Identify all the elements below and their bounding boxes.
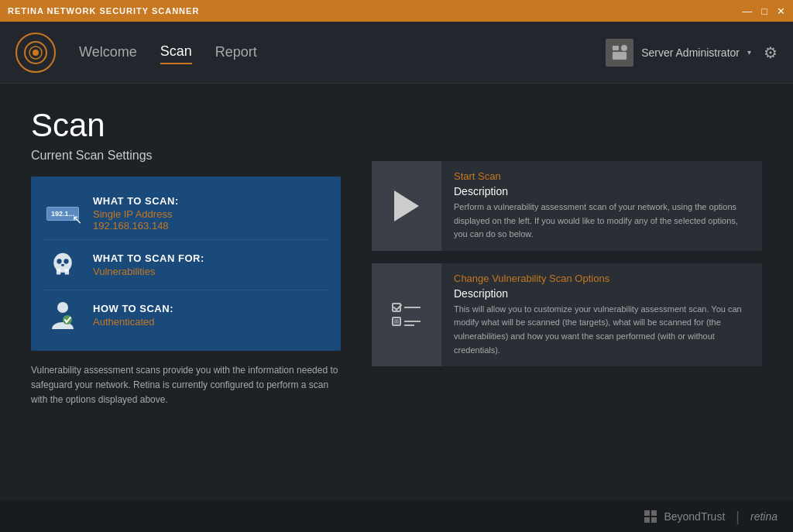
what-to-scan-for-value: Vulnerabilities	[93, 266, 204, 277]
ip-scan-icon: 192.1... ↖	[43, 197, 82, 231]
svg-rect-8	[65, 269, 69, 274]
footer-product: retina	[750, 510, 778, 523]
svg-point-2	[33, 50, 39, 56]
left-panel: Scan Current Scan Settings 192.1... ↖ WH…	[31, 107, 341, 478]
start-scan-desc: Perform a vulnerability assessment scan …	[454, 201, 750, 242]
svg-rect-23	[651, 517, 657, 523]
start-scan-card[interactable]: Start Scan Description Perform a vulnera…	[372, 161, 762, 251]
play-icon-wrapper	[372, 161, 441, 251]
change-options-body: Change Vulnerability Scan Options Descri…	[441, 263, 762, 366]
header: Welcome Scan Report Server Administrator…	[0, 22, 793, 84]
svg-point-5	[621, 45, 627, 51]
svg-rect-3	[613, 46, 619, 50]
play-icon	[394, 190, 419, 221]
main-content: Scan Current Scan Settings 192.1... ↖ WH…	[0, 84, 793, 501]
svg-rect-11	[61, 264, 64, 266]
start-scan-title: Start Scan	[454, 170, 750, 182]
header-right: Server Administrator ▾ ⚙	[606, 39, 778, 67]
what-to-scan-value: Single IP Address	[93, 208, 179, 220]
user-section[interactable]: Server Administrator ▾	[606, 39, 751, 67]
right-panel: Start Scan Description Perform a vulnera…	[372, 107, 762, 478]
nav-item-scan[interactable]: Scan	[160, 40, 192, 64]
svg-rect-7	[57, 269, 60, 274]
nav-item-welcome[interactable]: Welcome	[79, 41, 137, 63]
svg-rect-20	[644, 510, 650, 516]
minimize-button[interactable]: —	[742, 5, 752, 17]
svg-point-9	[57, 259, 61, 263]
titlebar-controls: — □ ✕	[742, 5, 785, 17]
svg-point-13	[63, 315, 72, 324]
svg-rect-16	[394, 319, 399, 324]
start-scan-subtitle: Description	[454, 185, 750, 197]
footer-brand: BeyondTrust	[664, 510, 725, 523]
main-nav: Welcome Scan Report	[79, 40, 606, 64]
change-options-subtitle: Description	[454, 287, 750, 300]
what-to-scan-content: WHAT TO SCAN: Single IP Address 192.168.…	[93, 195, 179, 232]
footer: BeyondTrust | retina	[0, 501, 793, 532]
scan-description-text: Vulnerability assessment scans provide y…	[31, 363, 341, 408]
what-to-scan-row: 192.1... ↖ WHAT TO SCAN: Single IP Addre…	[43, 187, 328, 240]
user-dropdown-arrow[interactable]: ▾	[747, 48, 751, 57]
what-to-scan-for-label: WHAT TO SCAN FOR:	[93, 252, 204, 264]
auth-icon	[43, 298, 82, 332]
change-options-desc: This will allow you to customize your vu…	[454, 303, 750, 357]
user-icon	[610, 43, 629, 62]
page-title: Scan	[31, 107, 341, 144]
settings-button[interactable]: ⚙	[764, 43, 778, 62]
titlebar-title: RETINA NETWORK SECURITY SCANNER	[8, 6, 199, 15]
svg-point-10	[64, 259, 68, 263]
beyondtrust-logo-icon	[644, 510, 657, 523]
skull-icon	[49, 251, 77, 279]
change-options-title: Change Vulnerability Scan Options	[454, 273, 750, 284]
how-to-scan-value: Authenticated	[93, 316, 173, 328]
what-to-scan-label: WHAT TO SCAN:	[93, 195, 179, 207]
app-logo	[15, 33, 56, 73]
user-avatar	[606, 39, 633, 67]
start-scan-body: Start Scan Description Perform a vulnera…	[441, 161, 762, 251]
how-to-scan-content: HOW TO SCAN: Authenticated	[93, 303, 173, 328]
svg-rect-21	[651, 510, 657, 516]
scan-settings-card: 192.1... ↖ WHAT TO SCAN: Single IP Addre…	[31, 177, 341, 351]
svg-rect-22	[644, 517, 650, 523]
page-subtitle: Current Scan Settings	[31, 149, 341, 163]
close-button[interactable]: ✕	[777, 5, 785, 17]
titlebar: RETINA NETWORK SECURITY SCANNER — □ ✕	[0, 0, 793, 22]
nav-item-report[interactable]: Report	[215, 41, 257, 63]
svg-point-6	[53, 253, 71, 273]
what-to-scan-ip: 192.168.163.148	[93, 220, 179, 232]
svg-rect-4	[613, 52, 627, 60]
footer-divider: |	[736, 509, 740, 525]
svg-point-12	[57, 302, 68, 313]
checklist-icon-wrapper	[372, 263, 441, 366]
eye-icon	[23, 40, 48, 65]
gear-icon: ⚙	[764, 44, 778, 61]
maximize-button[interactable]: □	[761, 5, 767, 17]
how-to-scan-row: HOW TO SCAN: Authenticated	[43, 290, 328, 340]
checklist-icon	[391, 300, 422, 328]
what-to-scan-for-content: WHAT TO SCAN FOR: Vulnerabilities	[93, 252, 204, 277]
what-to-scan-for-row: WHAT TO SCAN FOR: Vulnerabilities	[43, 240, 328, 290]
username-label: Server Administrator	[641, 46, 740, 59]
how-to-scan-label: HOW TO SCAN:	[93, 303, 173, 314]
change-options-card[interactable]: Change Vulnerability Scan Options Descri…	[372, 263, 762, 366]
vulnerability-icon	[43, 248, 82, 282]
person-icon	[50, 301, 75, 329]
